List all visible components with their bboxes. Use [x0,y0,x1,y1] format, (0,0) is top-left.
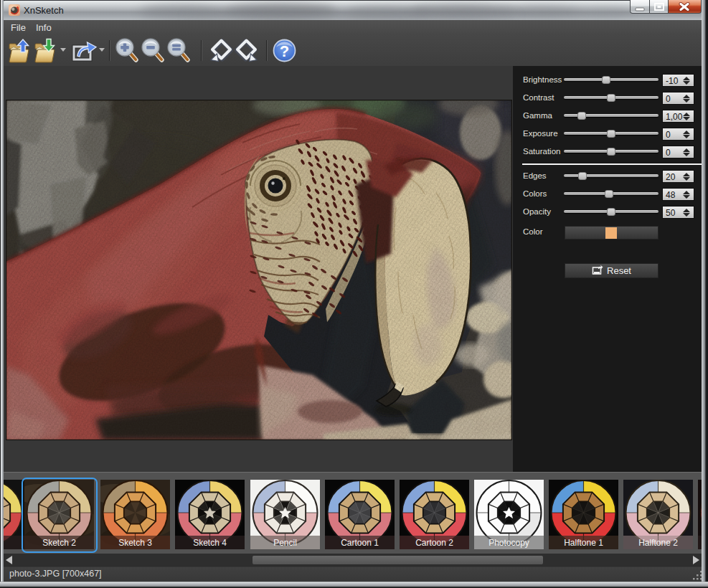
svg-text:?: ? [280,42,289,60]
svg-text:Sketch 2: Sketch 2 [42,538,76,548]
svg-text:Photocopy: Photocopy [488,538,529,548]
svg-text:Sketch 4: Sketch 4 [193,538,227,548]
svg-text:Pencil: Pencil [273,538,297,548]
svg-text:Cartoon 2: Cartoon 2 [415,538,453,548]
svg-text:Halftone 2: Halftone 2 [638,538,678,548]
svg-text:Sketch 3: Sketch 3 [118,538,152,548]
svg-text:Halftone 1: Halftone 1 [564,538,603,548]
svg-text:Cartoon 1: Cartoon 1 [341,538,379,548]
